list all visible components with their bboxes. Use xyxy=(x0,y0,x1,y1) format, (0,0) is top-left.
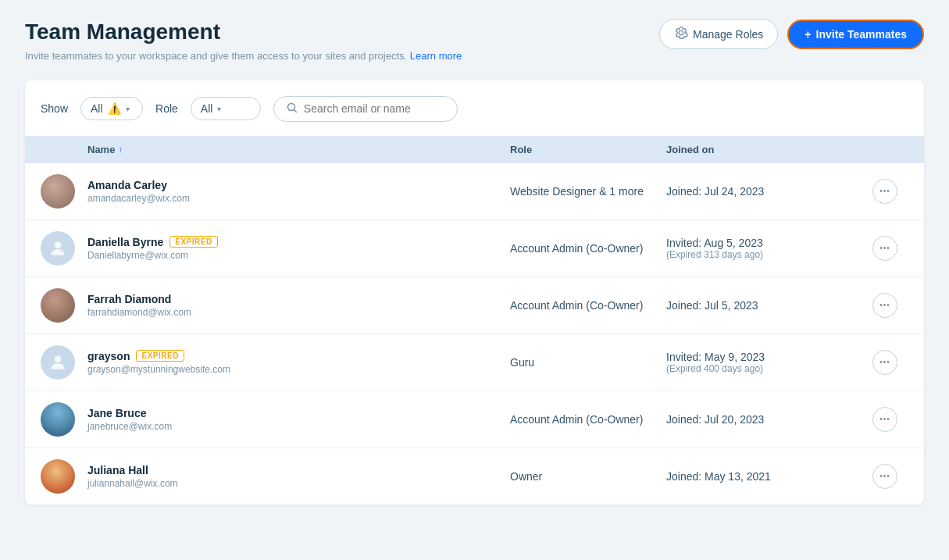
user-info: Jane Bruce janebruce@wix.com xyxy=(87,407,510,432)
user-joined: Invited: May 9, 2023 (Expired 400 days a… xyxy=(666,351,862,374)
user-role: Account Admin (Co-Owner) xyxy=(510,242,666,255)
table-header-joined[interactable]: Joined on xyxy=(666,144,862,155)
user-avatar xyxy=(41,402,87,437)
user-avatar xyxy=(41,345,87,380)
user-info: Daniella Byrne EXPIRED Daniellabyrne@wix… xyxy=(87,236,510,261)
table-header-avatar xyxy=(41,144,87,155)
user-joined: Joined: May 13, 2021 xyxy=(666,470,862,483)
user-email: grayson@mystunningwebsite.com xyxy=(87,364,510,375)
page-header: Team Management Invite teammates to your… xyxy=(25,19,462,62)
more-options-button[interactable]: ••• xyxy=(872,350,897,375)
manage-roles-label: Manage Roles xyxy=(693,28,763,41)
user-info: Juliana Hall juliannahall@wix.com xyxy=(87,464,510,489)
user-name: Farrah Diamond xyxy=(87,293,171,305)
page-subtitle: Invite teammates to your workspace and g… xyxy=(25,50,462,62)
gear-icon xyxy=(674,26,688,42)
table-header-actions xyxy=(862,144,908,155)
plus-icon: + xyxy=(805,28,811,41)
user-joined: Invited: Aug 5, 2023 (Expired 313 days a… xyxy=(666,237,862,260)
table-header: Name ↑ Role Joined on xyxy=(25,136,924,163)
table-row: Farrah Diamond farrahdiamond@wix.com Acc… xyxy=(25,277,924,334)
show-dropdown[interactable]: All ⚠️ ▾ xyxy=(80,97,143,120)
manage-roles-button[interactable]: Manage Roles xyxy=(659,19,778,49)
user-role: Owner xyxy=(510,470,666,483)
more-options-button[interactable]: ••• xyxy=(872,236,897,261)
user-joined: Joined: Jul 5, 2023 xyxy=(666,299,862,312)
role-chevron-icon: ▾ xyxy=(217,105,221,113)
table-row: Daniella Byrne EXPIRED Daniellabyrne@wix… xyxy=(25,220,924,277)
svg-point-2 xyxy=(55,355,62,362)
role-label: Role xyxy=(155,102,178,115)
chevron-down-icon: ▾ xyxy=(126,105,130,113)
user-email: Daniellabyrne@wix.com xyxy=(87,250,510,261)
table-row: grayson EXPIRED grayson@mystunningwebsit… xyxy=(25,334,924,391)
ellipsis-icon: ••• xyxy=(879,415,890,423)
warning-icon: ⚠️ xyxy=(108,102,121,115)
page-title: Team Management xyxy=(25,19,462,45)
joined-sub-text: (Expired 400 days ago) xyxy=(666,363,862,374)
user-email: amandacarley@wix.com xyxy=(87,193,510,204)
user-avatar xyxy=(41,288,87,323)
user-role: Guru xyxy=(510,356,666,369)
more-options-button[interactable]: ••• xyxy=(872,464,897,489)
user-avatar xyxy=(41,459,87,494)
invite-teammates-button[interactable]: + Invite Teammates xyxy=(787,20,924,49)
table-row: Juliana Hall juliannahall@wix.com Owner … xyxy=(25,448,924,505)
search-icon xyxy=(287,102,298,116)
table-row: Amanda Carley amandacarley@wix.com Websi… xyxy=(25,163,924,220)
user-email: janebruce@wix.com xyxy=(87,421,510,432)
invite-button-label: Invite Teammates xyxy=(816,28,907,41)
user-info: Farrah Diamond farrahdiamond@wix.com xyxy=(87,293,510,318)
table-header-role[interactable]: Role xyxy=(510,144,666,155)
user-name: Juliana Hall xyxy=(87,464,148,476)
table-row: Jane Bruce janebruce@wix.com Account Adm… xyxy=(25,391,924,448)
ellipsis-icon: ••• xyxy=(879,244,890,252)
more-options-button[interactable]: ••• xyxy=(872,293,897,318)
search-input[interactable] xyxy=(304,102,444,115)
user-name: grayson xyxy=(87,350,130,362)
learn-more-link[interactable]: Learn more xyxy=(410,50,462,62)
user-joined: Joined: Jul 20, 2023 xyxy=(666,413,862,426)
user-role: Website Designer & 1 more xyxy=(510,185,666,198)
ellipsis-icon: ••• xyxy=(879,472,890,480)
filter-row: Show All ⚠️ ▾ Role All ▾ xyxy=(41,96,908,122)
more-options-button[interactable]: ••• xyxy=(872,407,897,432)
show-label: Show xyxy=(41,102,68,115)
expired-badge: EXPIRED xyxy=(169,236,217,248)
header-actions: Manage Roles + Invite Teammates xyxy=(659,19,924,49)
role-dropdown[interactable]: All ▾ xyxy=(191,97,261,120)
svg-point-1 xyxy=(55,241,62,248)
user-email: farrahdiamond@wix.com xyxy=(87,307,510,318)
user-info: Amanda Carley amandacarley@wix.com xyxy=(87,179,510,204)
show-value: All xyxy=(91,102,103,115)
user-info: grayson EXPIRED grayson@mystunningwebsit… xyxy=(87,350,510,375)
role-value: All xyxy=(201,102,213,115)
user-avatar xyxy=(41,231,87,266)
user-name: Jane Bruce xyxy=(87,407,146,419)
joined-sub-text: (Expired 313 days ago) xyxy=(666,249,862,260)
user-name: Amanda Carley xyxy=(87,179,167,191)
user-role: Account Admin (Co-Owner) xyxy=(510,299,666,312)
more-options-button[interactable]: ••• xyxy=(872,179,897,204)
ellipsis-icon: ••• xyxy=(879,301,890,309)
user-avatar xyxy=(41,174,87,209)
ellipsis-icon: ••• xyxy=(879,187,890,195)
expired-badge: EXPIRED xyxy=(136,350,184,362)
main-card: Show All ⚠️ ▾ Role All ▾ xyxy=(25,80,924,505)
user-joined: Joined: Jul 24, 2023 xyxy=(666,185,862,198)
user-email: juliannahall@wix.com xyxy=(87,478,510,489)
table-body: Amanda Carley amandacarley@wix.com Websi… xyxy=(25,163,924,505)
user-role: Account Admin (Co-Owner) xyxy=(510,413,666,426)
ellipsis-icon: ••• xyxy=(879,358,890,366)
sort-up-icon: ↑ xyxy=(118,144,123,154)
search-box[interactable] xyxy=(273,96,458,122)
table-header-name[interactable]: Name ↑ xyxy=(87,144,510,155)
user-name: Daniella Byrne xyxy=(87,236,163,248)
